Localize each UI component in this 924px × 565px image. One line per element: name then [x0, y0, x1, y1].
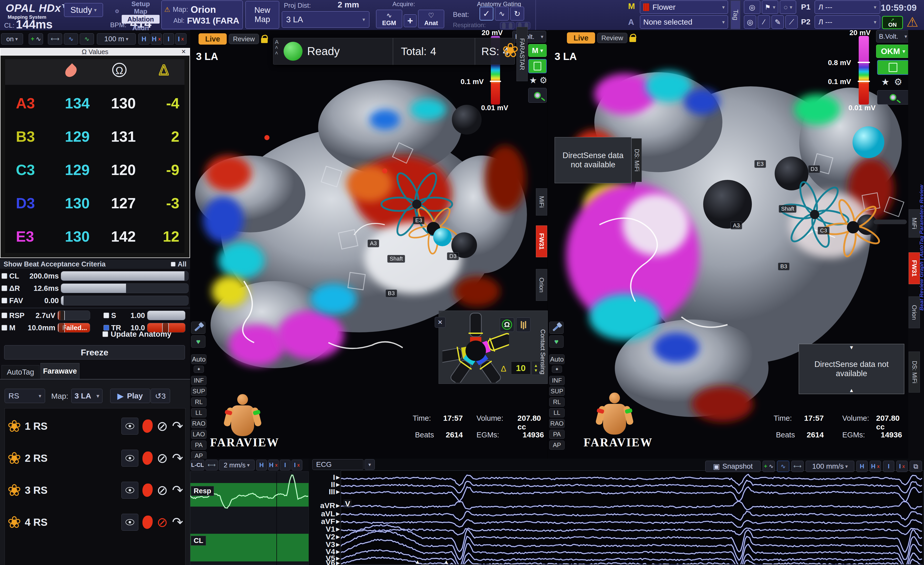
caliper-i-button[interactable]: I [280, 460, 291, 470]
active-map-panel[interactable]: ⚠ Map: Orion ▾ Abl: FW31 (FARA [161, 0, 243, 29]
view-orientation-auto[interactable]: Auto [191, 355, 207, 364]
lock-icon[interactable] [261, 38, 268, 43]
tab-autotag[interactable]: AutoTag [2, 365, 39, 379]
edge-tab-fw31[interactable]: FW31 [536, 225, 547, 257]
favorite-star-icon[interactable]: ★ [529, 75, 537, 85]
patient-orientation-figure[interactable] [599, 392, 630, 437]
acquire-plus-button[interactable]: + [404, 14, 417, 27]
lock-icon[interactable] [629, 37, 636, 42]
red-blob-icon[interactable] [142, 484, 153, 497]
caliper-i-button[interactable]: I [163, 33, 174, 45]
view-orientation-inf[interactable]: INF [191, 376, 207, 385]
beat-reset-button[interactable]: ↻ [510, 7, 524, 21]
a-tag-dropdown[interactable]: None selected ▾ [640, 15, 728, 29]
review-button[interactable]: Review [229, 34, 259, 44]
live-button[interactable]: Live [198, 33, 227, 45]
resp-channel-label[interactable]: Resp [191, 486, 214, 496]
view-settings-gear-icon[interactable]: ⚙ [894, 77, 902, 87]
waveform-blue-button[interactable]: ∿ [64, 33, 78, 45]
rsp-checkbox[interactable] [2, 313, 7, 318]
view-orientation-ap[interactable]: AP [549, 440, 565, 450]
add-trace-button[interactable]: +∿ [29, 33, 43, 45]
nav-tab-map[interactable]: Map [122, 8, 160, 15]
rs-list-item[interactable]: ❀1 RS⊘↷ [8, 412, 183, 440]
pan-traces-button[interactable]: ⟷ [48, 33, 62, 45]
patient-orientation-figure[interactable] [228, 394, 258, 439]
add-trace-button[interactable]: +∿ [763, 461, 775, 472]
measure-tool-button[interactable]: ⟋ [785, 15, 798, 29]
view-orientation-rao[interactable]: RAO [549, 419, 565, 428]
fav-checkbox[interactable] [2, 298, 7, 304]
map-display-button[interactable] [528, 59, 547, 73]
visibility-toggle[interactable] [122, 418, 138, 434]
resp-speed-dropdown[interactable]: 2 mm/s▾ [219, 460, 255, 470]
caliper-icon-button[interactable]: ⟷ [206, 460, 218, 470]
caliper-h-button[interactable]: H [856, 461, 868, 472]
ecg-lead-label-v6[interactable]: V6▶ [326, 559, 340, 565]
live-button[interactable]: Live [567, 32, 595, 44]
respiration-gating-button[interactable] [500, 22, 514, 29]
on-toggle-button[interactable]: ➚ ON [882, 16, 903, 29]
m-tag-dropdown[interactable]: Flower ▾ [640, 0, 728, 14]
ds-mifi-tab-2[interactable]: DS: MiFi [909, 352, 920, 392]
tab-farawave[interactable]: Farawave [40, 363, 80, 379]
lcl-button[interactable]: L-CL [190, 460, 204, 470]
red-blob-icon[interactable] [142, 515, 153, 529]
ecg-lead-label-avl[interactable]: aVL▶ [321, 509, 340, 518]
adjust-tool-button[interactable] [549, 322, 564, 334]
snapshot-button[interactable]: ▣Snapshot [705, 461, 760, 472]
waveform-green-button[interactable]: ∿ [80, 33, 94, 45]
view-orientation-rl[interactable]: RL [191, 397, 207, 407]
freeze-button[interactable]: Freeze [4, 345, 185, 359]
dual-map-button[interactable]: ♥♥ [549, 335, 564, 348]
play-button[interactable]: ▶Play [110, 389, 150, 403]
nav-tab-setup[interactable]: Setup [122, 0, 160, 8]
catheter-select-dropdown[interactable]: on▾ [1, 33, 23, 45]
color-mode-dropdown[interactable]: B.Volt.▾ [876, 30, 910, 42]
view-orientation-sup[interactable]: SUP [549, 387, 565, 396]
ready-popup-handle[interactable]: A˄˄ [275, 39, 279, 56]
view-orientation-ll[interactable]: LL [549, 408, 565, 418]
ds-mifi-tab[interactable]: DS: MiFi [632, 138, 642, 182]
caliper-h-delete-button[interactable]: Hx [870, 461, 881, 472]
view-orientation-rao[interactable]: RAO [191, 419, 207, 428]
view-orientation-ll[interactable]: LL [191, 408, 207, 418]
caliper-i-button[interactable]: I [883, 461, 894, 472]
visibility-toggle[interactable] [122, 482, 138, 499]
caliper-h-button[interactable]: H [256, 460, 267, 470]
probe-tool-button[interactable]: ◎ [744, 15, 756, 29]
visibility-toggle[interactable] [122, 450, 138, 467]
rs-list-item[interactable]: ❀3 RS⊘↷ [8, 476, 183, 504]
fav-slider[interactable] [61, 296, 189, 305]
view-orientation-pa[interactable]: PA [191, 440, 207, 450]
edge-tab-orion[interactable]: Orion [536, 269, 547, 301]
farastar-flower-icon[interactable]: ❀ [502, 40, 519, 60]
red-blob-icon[interactable] [142, 419, 153, 433]
pin-tool-button[interactable]: ◎ [744, 0, 760, 14]
all-checkbox[interactable] [171, 262, 176, 266]
sphere-icon[interactable]: ⊘ [157, 514, 168, 530]
cl-channel-label[interactable]: CL [191, 536, 206, 545]
ecg-speed-dropdown[interactable]: 100 mm/s▾ [806, 461, 854, 472]
lasso-tool-dropdown[interactable]: ◌▾ [780, 0, 796, 14]
m-checkbox[interactable] [2, 325, 7, 331]
ecg-trace-area[interactable]: V ▲ ▲ [341, 470, 924, 565]
ecg-lead-label-avf[interactable]: aVF▶ [321, 517, 340, 526]
beat-check-button[interactable]: ✓ [480, 7, 494, 21]
map-m-button[interactable]: M▾ [528, 44, 547, 57]
draw-tool-button[interactable]: ✎ [772, 15, 784, 29]
redo-icon[interactable]: ↷ [172, 451, 183, 466]
map-zoom-button[interactable] [528, 88, 547, 103]
cl-checkbox[interactable] [2, 273, 7, 279]
ecg-lead-label-v1[interactable]: V1▶ [326, 525, 340, 533]
map-display-button[interactable] [877, 60, 909, 75]
caliper-icon-button[interactable]: ⟷ [791, 461, 804, 472]
map-select-dropdown[interactable]: 3 LA▾ [282, 11, 369, 28]
cl-slider[interactable] [61, 271, 189, 281]
gear-icon[interactable]: ⚙ [115, 8, 119, 14]
dr-checkbox[interactable] [2, 286, 7, 291]
view-orientation-inf[interactable]: INF [549, 376, 565, 385]
redo-icon[interactable]: ↷ [172, 418, 183, 434]
caliper-h-button[interactable]: H [138, 33, 150, 45]
sphere-icon[interactable]: ⊘ [157, 418, 168, 434]
